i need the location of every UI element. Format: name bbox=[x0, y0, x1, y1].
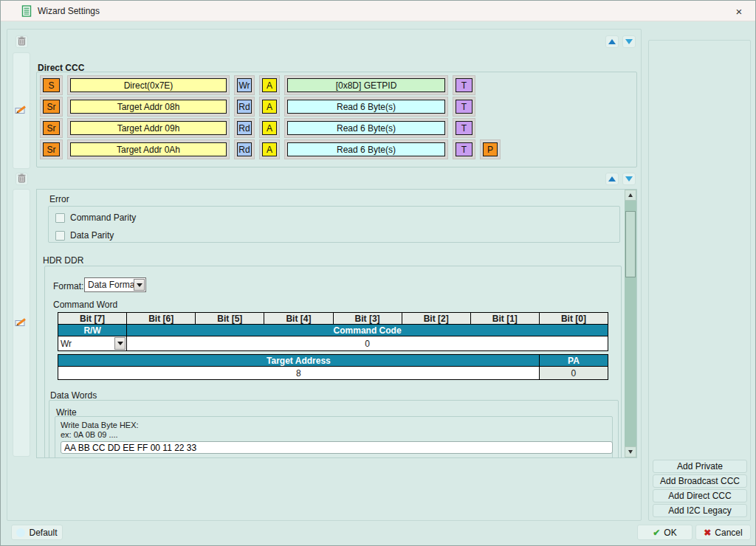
ok-button[interactable]: ✔ OK bbox=[637, 525, 693, 540]
ccc-cell-direct-0x7e[interactable]: Direct(0x7E) bbox=[67, 75, 230, 95]
checkbox-command-parity[interactable] bbox=[55, 213, 65, 223]
up-arrow-icon bbox=[608, 39, 616, 44]
ccc-cell-rd[interactable]: Rd bbox=[234, 118, 255, 138]
delete-section2-button[interactable] bbox=[16, 173, 28, 185]
ccc-cell-a[interactable]: A bbox=[259, 139, 280, 159]
ccc-cell-p[interactable]: P bbox=[480, 139, 501, 159]
vertical-scrollbar[interactable] bbox=[625, 190, 636, 457]
ccc-row: SrTarget Addr 08hRdARead 6 Byte(s)T bbox=[40, 97, 501, 117]
format-label: Format: bbox=[53, 281, 83, 291]
format-combobox[interactable]: Data Format bbox=[84, 277, 146, 292]
checkbox-row: Command Parity bbox=[55, 212, 619, 223]
ccc-cell-label: Sr bbox=[43, 142, 60, 156]
move-section1-down-button[interactable] bbox=[622, 35, 636, 48]
format-dropdown-button[interactable] bbox=[134, 279, 145, 291]
rw-combobox[interactable]: Wr bbox=[58, 336, 126, 350]
target-address-value-row: 8 0 bbox=[58, 367, 608, 379]
error-checkbox-list: Command ParityData Parity bbox=[49, 207, 619, 241]
ccc-cell-label: Sr bbox=[43, 100, 60, 114]
ccc-cell-read-6-byte-s[interactable]: Read 6 Byte(s) bbox=[284, 118, 448, 138]
scrollbar-thumb[interactable] bbox=[625, 211, 636, 277]
target-address-field[interactable]: 8 bbox=[58, 367, 539, 379]
write-hint-line1: Write Data Byte HEX: bbox=[61, 421, 139, 430]
ccc-cell-wr[interactable]: Wr bbox=[234, 75, 255, 95]
data-words-label: Data Words bbox=[50, 390, 97, 401]
default-button[interactable]: Default bbox=[11, 525, 63, 540]
checkbox-label: Command Parity bbox=[70, 212, 136, 223]
edit-section1-button[interactable] bbox=[13, 52, 30, 169]
window-title: Wizard Settings bbox=[38, 6, 100, 16]
cancel-button[interactable]: ✖ Cancel bbox=[695, 525, 751, 540]
checkbox-label: Data Parity bbox=[70, 230, 114, 241]
ccc-cell-rd[interactable]: Rd bbox=[234, 139, 255, 159]
ccc-cell-0x8d-getpid[interactable]: [0x8D] GETPID bbox=[284, 75, 448, 95]
ccc-cell-rd[interactable]: Rd bbox=[234, 97, 255, 117]
add-direct-ccc-button[interactable]: Add Direct CCC bbox=[653, 489, 747, 502]
write-data-input[interactable] bbox=[61, 441, 613, 454]
ccc-cell-sr[interactable]: Sr bbox=[40, 139, 63, 159]
move-section1-up-button[interactable] bbox=[605, 35, 619, 48]
format-value: Data Format bbox=[88, 280, 137, 290]
ccc-cell-t[interactable]: T bbox=[453, 75, 475, 95]
ccc-cell-t[interactable]: T bbox=[453, 97, 475, 117]
pa-header-cell: PA bbox=[540, 355, 608, 366]
pencil-icon bbox=[15, 317, 28, 329]
ccc-cell-label: A bbox=[262, 121, 277, 135]
ccc-cell-a[interactable]: A bbox=[259, 118, 280, 138]
scrollbar-up-button[interactable] bbox=[625, 190, 636, 201]
add-i2c-legacy-button[interactable]: Add I2C Legacy bbox=[653, 504, 747, 517]
ccc-cell-label: S bbox=[43, 78, 60, 92]
ccc-cell-label: Read 6 Byte(s) bbox=[287, 142, 445, 156]
scrollbar-down-button[interactable] bbox=[625, 446, 636, 457]
ccc-cell-target-addr-0ah[interactable]: Target Addr 0Ah bbox=[67, 139, 230, 159]
command-word-label: Command Word bbox=[53, 300, 117, 310]
command-word-header-row: R/W Command Code bbox=[58, 325, 608, 336]
chevron-down-icon bbox=[117, 342, 123, 345]
bit-header-cell: Bit [1] bbox=[471, 313, 539, 324]
up-arrow-icon bbox=[608, 176, 616, 182]
add-broadcast-ccc-button[interactable]: Add Broadcast CCC bbox=[653, 474, 747, 488]
close-button[interactable]: × bbox=[723, 1, 755, 21]
ccc-cell-read-6-byte-s[interactable]: Read 6 Byte(s) bbox=[284, 97, 448, 117]
command-word-table: Bit [7]Bit [6]Bit [5]Bit [4]Bit [3]Bit [… bbox=[58, 312, 608, 351]
ccc-cell-s[interactable]: S bbox=[40, 75, 63, 95]
ccc-cell-label: T bbox=[456, 142, 472, 156]
ccc-cell-read-6-byte-s[interactable]: Read 6 Byte(s) bbox=[284, 139, 448, 159]
ccc-cell-sr[interactable]: Sr bbox=[40, 97, 63, 117]
command-code-field[interactable]: 0 bbox=[127, 336, 608, 350]
title-bar: Wizard Settings × bbox=[1, 1, 755, 21]
bit-header-cell: Bit [3] bbox=[334, 313, 402, 324]
delete-section1-button[interactable] bbox=[16, 35, 28, 48]
bit-header-cell: Bit [2] bbox=[402, 313, 470, 324]
ccc-cell-target-addr-09h[interactable]: Target Addr 09h bbox=[67, 118, 230, 138]
ccc-row: SDirect(0x7E)WrA[0x8D] GETPIDT bbox=[40, 75, 501, 95]
ccc-cell-label: Rd bbox=[237, 100, 252, 114]
ccc-cell-sr[interactable]: Sr bbox=[40, 118, 63, 138]
move-section2-up-button[interactable] bbox=[605, 173, 619, 185]
rw-dropdown-button[interactable] bbox=[114, 337, 126, 350]
bit-header-cell: Bit [0] bbox=[540, 313, 608, 324]
pa-value-cell: 0 bbox=[540, 367, 608, 379]
right-panel: Add PrivateAdd Broadcast CCCAdd Direct C… bbox=[648, 40, 751, 521]
ccc-cell-label: Wr bbox=[237, 78, 252, 92]
ccc-cell-target-addr-08h[interactable]: Target Addr 08h bbox=[67, 97, 230, 117]
ccc-cell-label: A bbox=[262, 100, 277, 114]
target-address-header-row: Target Address PA bbox=[58, 355, 608, 366]
ccc-cell-t[interactable]: T bbox=[453, 118, 475, 138]
ccc-cell-a[interactable]: A bbox=[259, 97, 280, 117]
scrollbar-track[interactable] bbox=[625, 201, 636, 446]
ccc-cell-label: Rd bbox=[237, 121, 252, 135]
ccc-cell-label: Target Addr 0Ah bbox=[70, 142, 227, 156]
cancel-button-label: Cancel bbox=[715, 528, 742, 538]
edit-section2-button[interactable] bbox=[13, 189, 30, 457]
move-section2-down-button[interactable] bbox=[622, 173, 636, 185]
trash-icon bbox=[18, 173, 26, 185]
ccc-cell-label: A bbox=[262, 142, 277, 156]
ccc-cell-a[interactable]: A bbox=[259, 75, 280, 95]
ccc-cell-label: Target Addr 08h bbox=[70, 100, 227, 114]
bit-header-cell: Bit [6] bbox=[127, 313, 195, 324]
ccc-cell-t[interactable]: T bbox=[453, 139, 475, 159]
add-private-button[interactable]: Add Private bbox=[653, 460, 747, 473]
default-button-label: Default bbox=[29, 528, 57, 538]
checkbox-data-parity[interactable] bbox=[55, 231, 65, 241]
